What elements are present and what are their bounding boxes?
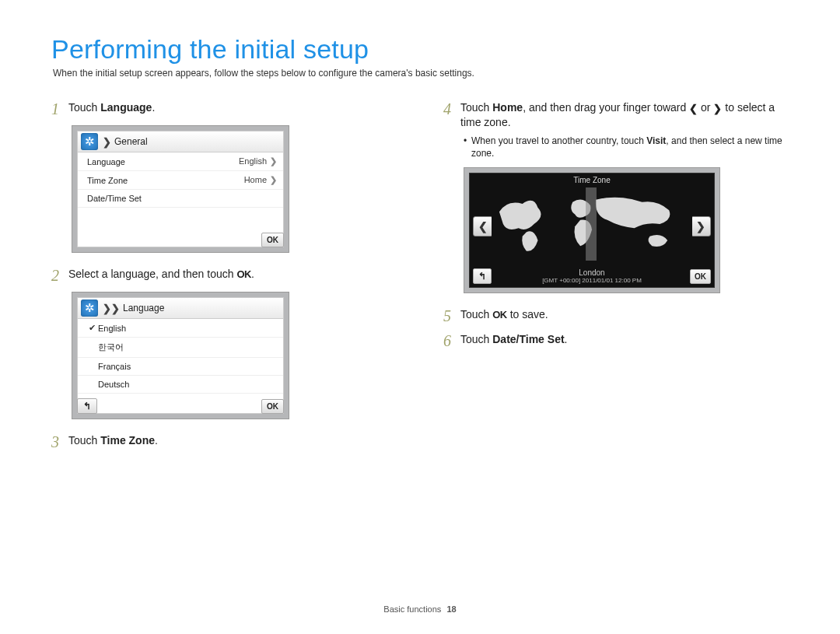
general-screen: ✲ ❯ General Language English❯ Time Zone …: [72, 125, 289, 253]
lang-label: 한국어: [98, 342, 124, 353]
tz-title: Time Zone: [470, 176, 714, 184]
bullet-pre: When you travel to another country, touc…: [471, 135, 646, 146]
intro-text: When the initial setup screen appears, f…: [53, 68, 789, 79]
step-pre: Touch: [460, 333, 492, 345]
left-column: 1 Touch Language. ✲ ❯ General Language E…: [51, 96, 397, 450]
lang-item-korean[interactable]: 한국어: [78, 338, 283, 358]
right-column: 4 Touch Home, and then drag your finger …: [443, 96, 789, 450]
panel-title: General: [114, 136, 148, 147]
page-footer: Basic functions 18: [0, 604, 840, 614]
chevron-double-right-icon: ❯❯: [103, 303, 120, 314]
panel-header: ✲ ❯❯ Language: [78, 298, 283, 319]
step-text: Touch OK to save.: [460, 307, 548, 322]
step-number: 4: [443, 100, 460, 117]
step-number: 2: [51, 267, 68, 284]
lang-label: English: [98, 324, 126, 333]
step-pre: Select a language, and then touch: [68, 268, 236, 280]
step-number: 1: [51, 100, 68, 117]
chevron-right-icon: ❯: [270, 175, 277, 184]
row-language[interactable]: Language English❯: [78, 152, 283, 171]
step-text: Touch Language.: [68, 100, 155, 115]
step-number: 3: [51, 433, 68, 450]
step-mid: , and then drag your finger toward: [523, 101, 689, 114]
step-6: 6 Touch Date/Time Set.: [443, 332, 789, 349]
step-4: 4 Touch Home, and then drag your finger …: [443, 100, 789, 130]
step-post: .: [565, 333, 568, 345]
ok-icon: OK: [492, 309, 507, 321]
tz-city: London: [492, 268, 692, 277]
step-pre: Touch: [68, 434, 100, 447]
row-value: Home: [244, 175, 267, 184]
row-timezone[interactable]: Time Zone Home❯: [78, 171, 283, 190]
row-label: Language: [87, 157, 125, 166]
chevron-right-icon: ❯: [103, 136, 111, 148]
chevron-right-icon: ❯: [713, 103, 722, 114]
step-bold: Date/Time Set: [492, 333, 564, 345]
step-text: Touch Time Zone.: [68, 433, 158, 448]
step-bold: Home: [492, 101, 523, 114]
row-datetime[interactable]: Date/Time Set: [78, 190, 283, 208]
panel-header: ✲ ❯ General: [78, 131, 283, 152]
chevron-left-icon: ❮: [689, 103, 698, 114]
gear-icon: ✲: [81, 133, 98, 150]
ok-button[interactable]: OK: [690, 269, 711, 284]
step-3: 3 Touch Time Zone.: [51, 433, 397, 450]
step-5: 5 Touch OK to save.: [443, 307, 789, 324]
lang-label: Deutsch: [98, 380, 129, 389]
row-label: Date/Time Set: [87, 194, 142, 203]
panel-title: Language: [123, 303, 164, 313]
ok-button[interactable]: OK: [261, 233, 284, 247]
timezone-screen: Time Zone ❮ ❯: [464, 167, 720, 293]
svg-rect-1: [586, 187, 597, 261]
page-title: Performing the initial setup: [51, 34, 789, 65]
prev-timezone-button[interactable]: ❮: [473, 216, 493, 236]
ok-icon: OK: [236, 268, 251, 280]
step-text: Select a language, and then touch OK.: [68, 267, 254, 282]
step-bold: Time Zone: [100, 434, 155, 447]
world-map[interactable]: [492, 187, 692, 261]
step-2: 2 Select a language, and then touch OK.: [51, 267, 397, 284]
step-pre: Touch: [68, 101, 100, 114]
step-pre: Touch: [460, 308, 492, 321]
step-number: 5: [443, 307, 460, 324]
row-value: English: [239, 156, 267, 166]
step-number: 6: [443, 332, 460, 349]
step-post: to save.: [507, 308, 548, 321]
footer-section: Basic functions: [383, 604, 441, 614]
step-4-bullet: • When you travel to another country, to…: [464, 135, 789, 159]
lang-label: Français: [98, 362, 131, 371]
chevron-right-icon: ❯: [270, 156, 277, 166]
step-bold: Language: [100, 101, 152, 114]
lang-item-deutsch[interactable]: Deutsch: [78, 376, 283, 394]
back-button[interactable]: ↰: [473, 268, 492, 284]
step-post: .: [155, 434, 158, 447]
check-icon: ✔: [89, 323, 98, 333]
step-post: .: [251, 268, 254, 280]
footer-page: 18: [446, 604, 456, 614]
step-1: 1 Touch Language.: [51, 100, 397, 117]
lang-item-francais[interactable]: Français: [78, 358, 283, 376]
step-text: Touch Date/Time Set.: [460, 332, 567, 347]
tz-gmt: [GMT +00:00] 2011/01/01 12:00 PM: [492, 277, 692, 284]
back-button[interactable]: ↰: [77, 398, 97, 414]
step-text: Touch Home, and then drag your finger to…: [460, 100, 789, 130]
lang-item-english[interactable]: ✔English: [78, 319, 283, 338]
next-timezone-button[interactable]: ❯: [691, 216, 711, 236]
ok-button[interactable]: OK: [261, 399, 284, 414]
step-or: or: [698, 101, 713, 114]
step-pre: Touch: [460, 101, 492, 114]
gear-icon: ✲: [81, 299, 98, 317]
step-post: .: [152, 101, 155, 114]
language-screen: ✲ ❯❯ Language ✔English 한국어 Français Deut…: [72, 292, 289, 419]
bullet-bold: Visit: [646, 135, 666, 146]
bullet-icon: •: [464, 135, 471, 147]
row-label: Time Zone: [87, 176, 128, 185]
